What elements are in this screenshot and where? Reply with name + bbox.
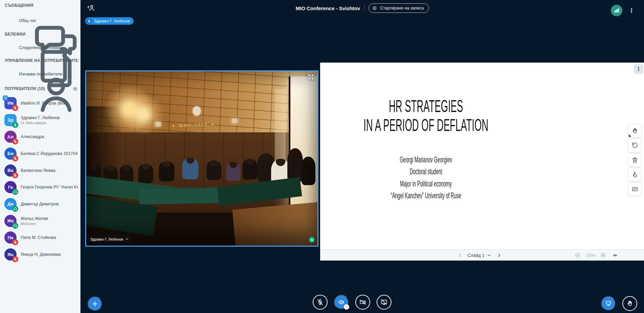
avatar: Ян	[4, 248, 17, 261]
hand-tool-button[interactable]	[628, 124, 642, 138]
user-text: Георги Георгиев РУ "Ангел Кънч…	[21, 185, 78, 189]
kebab-icon	[636, 66, 641, 72]
plus-icon	[91, 300, 99, 308]
collapse-userlist-button[interactable]	[86, 3, 97, 13]
avatar-initials: Пе	[7, 235, 13, 240]
meeting-title: MIO Conference - Svishtov	[295, 5, 360, 11]
snapshot-chart-icon	[631, 185, 639, 193]
user-list-item[interactable]: Ге Георги Георгиев РУ "Ангел Кънч…	[0, 179, 80, 196]
voice-status-badge-icon	[12, 155, 18, 161]
top-bar: MIO Conference - Svishtov Стартиране на …	[80, 0, 644, 16]
connection-status-button[interactable]	[611, 5, 622, 16]
user-name: Яница Н. Дивизиева	[21, 252, 61, 257]
avatar: Ал	[4, 131, 17, 143]
snapshot-tool-button[interactable]	[628, 182, 642, 196]
whiteboard-toolbar	[628, 124, 642, 197]
user-name: Биляна С Йорданова 201704	[21, 151, 77, 156]
public-chat-label: Общ чат	[19, 18, 37, 23]
audio-leave-button[interactable]	[334, 295, 349, 310]
start-recording-label: Стартиране на записа	[380, 6, 424, 10]
avatar-initials: Ге	[8, 185, 13, 190]
voice-status-badge-icon	[12, 138, 18, 144]
previous-slide-button[interactable]	[455, 250, 464, 261]
users-section-title: ПОТРЕБИТЕЛИ (10)	[5, 86, 45, 91]
chat-icon	[5, 16, 14, 25]
chevron-down-icon	[487, 253, 491, 258]
sidebar-item-waiting-users[interactable]: Изчаква потребители	[0, 66, 80, 81]
user-subtitle: Web камера	[21, 121, 60, 125]
waiting-user-icon	[5, 69, 14, 78]
chevron-right-icon	[496, 252, 502, 258]
shared-notes-label: Споделени бележки	[19, 45, 60, 50]
start-recording-button[interactable]: Стартиране на записа	[368, 3, 429, 13]
zoom-out-icon	[575, 252, 580, 258]
gear-icon	[72, 86, 78, 92]
user-list-item[interactable]: Ва Валентина Янева	[0, 162, 80, 179]
user-list-item[interactable]: Зд Здравко Г. Любенов Web камера	[0, 112, 80, 129]
notes-icon	[5, 43, 14, 52]
raise-hand-button[interactable]	[622, 296, 637, 311]
slide-canvas[interactable]: HR STRATEGIES IN A PERIOD OF DEFLATION G…	[320, 63, 644, 249]
whiteboard-options-button[interactable]	[634, 64, 643, 74]
record-icon	[372, 5, 377, 11]
zoom-out-button[interactable]	[573, 250, 582, 261]
voice-status-badge-icon	[12, 172, 18, 178]
avatar: Же	[4, 215, 17, 227]
slide-title: HR STRATEGIES IN A PERIOD OF DEFLATION	[355, 97, 497, 135]
user-list-item[interactable]: Ал Александра	[0, 128, 80, 145]
unmute-mic-button[interactable]	[313, 295, 328, 310]
avatar-initials: Ян	[7, 252, 14, 257]
user-list-item[interactable]: Ив Ивайло И. Петров (Вие)	[0, 95, 80, 112]
user-text: Александра	[21, 134, 44, 139]
manage-users-gear-button[interactable]	[71, 85, 79, 93]
user-list-item[interactable]: Же Жельо Желев Мобилен	[0, 213, 80, 229]
actions-plus-button[interactable]	[88, 296, 102, 311]
waiting-users-label: Изчаква потребители	[19, 71, 63, 76]
user-text: Жельо Желев Мобилен	[21, 216, 48, 226]
sidebar-item-shared-notes[interactable]: Споделени бележки	[0, 40, 80, 55]
undo-button[interactable]	[628, 138, 642, 152]
title-cluster: MIO Conference - Svishtov Стартиране на …	[80, 0, 644, 16]
zoom-level-value: 100%	[583, 250, 598, 261]
user-subtitle: Мобилен	[21, 222, 48, 226]
user-list-item[interactable]: Ян Яница Н. Дивизиева	[0, 246, 80, 263]
fit-to-width-button[interactable]	[610, 250, 620, 261]
user-list: Ив Ивайло И. Петров (Вие) Зд Здравко Г. …	[0, 95, 80, 263]
share-camera-button[interactable]	[355, 295, 370, 310]
hand-tool-icon	[631, 127, 639, 135]
user-text: Биляна С Йорданова 201704	[21, 151, 77, 156]
multi-user-whiteboard-button[interactable]	[628, 167, 642, 181]
slide-title-line1: HR STRATEGIES	[355, 97, 497, 116]
webcam-fullscreen-button[interactable]	[308, 74, 314, 81]
user-list-item[interactable]: Би Биляна С Йорданова 201704	[0, 145, 80, 162]
voice-status-badge-icon	[12, 122, 18, 128]
options-menu-button[interactable]	[627, 5, 636, 16]
mic-icon	[310, 238, 314, 242]
avatar-initials: Би	[7, 151, 14, 156]
slide-title-line2: IN A PERIOD OF DEFLATION	[355, 116, 497, 135]
fit-width-icon	[612, 252, 618, 258]
chevron-left-icon	[457, 252, 463, 258]
mic-off-icon	[316, 298, 324, 306]
slide-select-dropdown[interactable]: Слайд 1	[465, 250, 494, 261]
zoom-in-icon	[600, 252, 606, 258]
zoom-in-button[interactable]	[599, 250, 607, 261]
sidebar-item-public-chat[interactable]: Общ чат	[0, 13, 80, 28]
webcam-mic-indicator	[309, 237, 315, 243]
webcam-video-scene: ★ МИО 2023 ★	[86, 71, 317, 246]
trash-icon	[631, 156, 639, 164]
minimize-presentation-button[interactable]	[601, 296, 616, 311]
presentation-area: HR STRATEGIES IN A PERIOD OF DEFLATION G…	[320, 63, 644, 261]
next-slide-button[interactable]	[495, 250, 503, 261]
share-screen-button[interactable]	[377, 295, 391, 310]
webcam-user-name: Здравко Г. Любенов	[90, 237, 123, 241]
voice-status-badge-icon	[12, 105, 18, 111]
user-list-item[interactable]: Пе Пепа М. Стойкова	[0, 229, 80, 246]
slide-author-line: Georgi Marianov Georgiev	[355, 154, 497, 165]
user-name: Александра	[21, 134, 44, 139]
clear-annotations-button[interactable]	[628, 153, 642, 167]
webcam-user-dropdown[interactable]: Здравко Г. Любенов	[88, 236, 132, 243]
avatar: Ге	[4, 181, 17, 193]
user-list-item[interactable]: Ди Димитър Димитров	[0, 196, 80, 213]
audio-device-menu-badge[interactable]	[344, 304, 349, 310]
